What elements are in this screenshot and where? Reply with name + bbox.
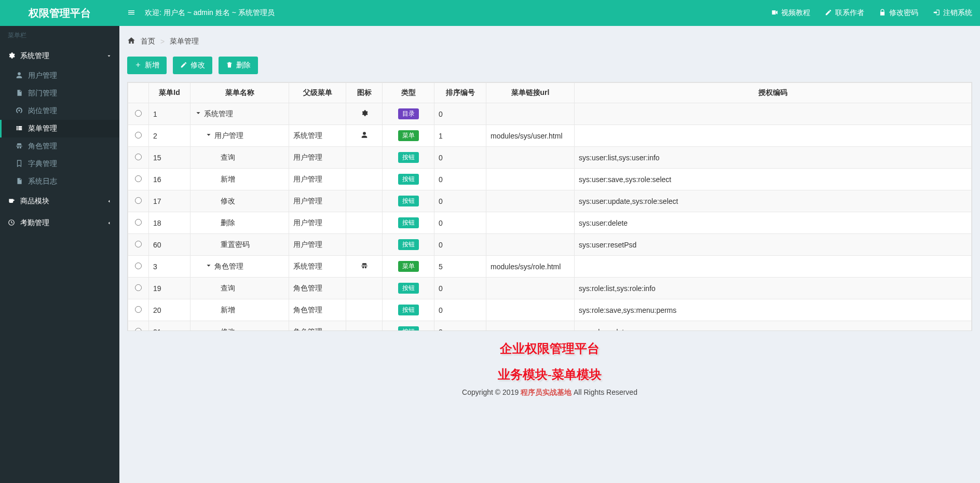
cell-parent: 用户管理 [289,234,346,256]
table-row[interactable]: 1 系统管理 目录 0 [128,103,972,125]
th-select [128,83,149,103]
chevron-down-icon[interactable] [205,262,212,271]
sidebar-item[interactable]: 用户管理 [0,67,119,85]
cell-parent: 用户管理 [289,212,346,234]
breadcrumb-home[interactable]: 首页 [141,37,155,46]
cell-perms: sys:role:update,sys:menu:perms [575,321,972,332]
cell-order: 0 [434,103,486,125]
th-id[interactable]: 菜单Id [149,83,190,103]
cell-order: 0 [434,212,486,234]
table-row[interactable]: 19 查询 角色管理 按钮 0 sys:role:list,sys:role:i… [128,278,972,299]
cell-url [486,103,575,125]
cell-perms: sys:user:delete [575,212,972,234]
sidebar-item[interactable]: 系统日志 [0,173,119,190]
navbar: 欢迎: 用户名 ~ admin 姓名 ~ 系统管理员 视频教程 联系作者 修改密… [119,0,980,26]
cell-name: 新增 [195,175,284,184]
user-icon [16,72,23,80]
row-radio[interactable] [135,132,142,139]
sidebar-item[interactable]: 字典管理 [0,155,119,173]
delete-button[interactable]: 删除 [219,57,258,74]
table-row[interactable]: 60 重置密码 用户管理 按钮 0 sys:user:resetPsd [128,234,972,256]
row-radio[interactable] [135,219,142,226]
table-row[interactable]: 15 查询 用户管理 按钮 0 sys:user:list,sys:user:i… [128,147,972,169]
sidebar-item[interactable]: 岗位管理 [0,102,119,120]
chevron-icon [106,197,112,205]
row-radio[interactable] [135,197,142,204]
cell-name: 重置密码 [195,240,284,250]
cell-icon [346,212,383,234]
cell-url [486,299,575,321]
sidebar-item[interactable]: 部门管理 [0,85,119,102]
chevron-down-icon[interactable] [205,131,212,140]
th-perms[interactable]: 授权编码 [575,83,972,103]
table-row[interactable]: 17 修改 用户管理 按钮 0 sys:user:update,sys:role… [128,190,972,212]
th-order[interactable]: 排序编号 [434,83,486,103]
type-badge: 按钮 [398,283,419,294]
th-parent[interactable]: 父级菜单 [289,83,346,103]
th-type[interactable]: 类型 [383,83,434,103]
table-row[interactable]: 3 角色管理 系统管理 菜单 5 modules/sys/role.html [128,256,972,278]
bookmark-icon [16,160,23,169]
row-radio[interactable] [135,284,142,291]
file-icon [16,89,23,98]
add-button[interactable]: 新增 [127,57,167,74]
table-row[interactable]: 18 删除 用户管理 按钮 0 sys:user:delete [128,212,972,234]
cell-perms [575,256,972,278]
cell-parent: 用户管理 [289,147,346,169]
cell-id: 18 [149,212,190,234]
sidebar-group[interactable]: 考勤管理 [0,212,119,234]
footer-brand[interactable]: 程序员实战基地 [521,388,571,396]
table-container[interactable]: 菜单Id 菜单名称 父级菜单 图标 类型 排序编号 菜单链接url 授权编码 1… [127,82,972,331]
cell-icon [346,190,383,212]
cell-icon [346,125,383,147]
breadcrumb: 首页 > 菜单管理 [127,34,972,49]
table-row[interactable]: 20 新增 角色管理 按钮 0 sys:role:save,sys:menu:p… [128,299,972,321]
cell-order: 0 [434,234,486,256]
th-url[interactable]: 菜单链接url [486,83,575,103]
cell-order: 0 [434,169,486,190]
nav-video-link[interactable]: 视频教程 [771,8,810,18]
sidebar-item-label: 部门管理 [28,89,57,98]
row-radio[interactable] [135,241,142,247]
sidebar-item-label: 角色管理 [28,142,57,151]
sidebar-toggle-icon[interactable] [127,8,135,18]
sidebar-group[interactable]: 系统管理 [0,45,119,67]
nav-password-link[interactable]: 修改密码 [879,8,918,18]
row-radio[interactable] [135,306,142,313]
table-row[interactable]: 2 用户管理 系统管理 菜单 1 modules/sys/user.html [128,125,972,147]
row-radio[interactable] [135,154,142,160]
cell-order: 0 [434,299,486,321]
table-row[interactable]: 21 修改 角色管理 按钮 0 sys:role:update,sys:menu… [128,321,972,332]
cell-id: 21 [149,321,190,332]
nav-contact-link[interactable]: 联系作者 [825,8,864,18]
table-row[interactable]: 16 新增 用户管理 按钮 0 sys:user:save,sys:role:s… [128,169,972,190]
row-radio[interactable] [135,328,142,332]
cell-url [486,212,575,234]
chevron-down-icon[interactable] [195,109,202,118]
cell-name: 用户管理 [195,131,284,141]
sidebar-item-label: 菜单管理 [28,124,57,133]
row-radio[interactable] [135,110,142,117]
edit-button[interactable]: 修改 [173,57,212,74]
sidebar-item[interactable]: 角色管理 [0,137,119,155]
th-icon[interactable]: 图标 [346,83,383,103]
video-icon [771,9,778,18]
sidebar-group[interactable]: 商品模块 [0,190,119,212]
edit-icon [825,9,832,18]
home-icon[interactable] [127,36,135,46]
cell-icon [346,103,383,125]
trash-icon [226,61,233,70]
row-radio[interactable] [135,175,142,182]
sidebar-item[interactable]: 菜单管理 [0,120,119,137]
app-logo[interactable]: 权限管理平台 [0,0,119,26]
lock-icon [879,9,886,18]
type-badge: 按钮 [398,174,419,185]
th-name[interactable]: 菜单名称 [190,83,289,103]
watermark-line1: 企业权限管理平台 [127,340,972,357]
nav-logout-link[interactable]: 注销系统 [933,8,972,18]
sidebar: 菜单栏 系统管理用户管理部门管理岗位管理菜单管理角色管理字典管理系统日志商品模块… [0,26,119,483]
nav-video-label: 视频教程 [781,8,810,18]
cell-name: 查询 [195,284,284,293]
row-radio[interactable] [135,263,142,269]
cell-id: 20 [149,299,190,321]
